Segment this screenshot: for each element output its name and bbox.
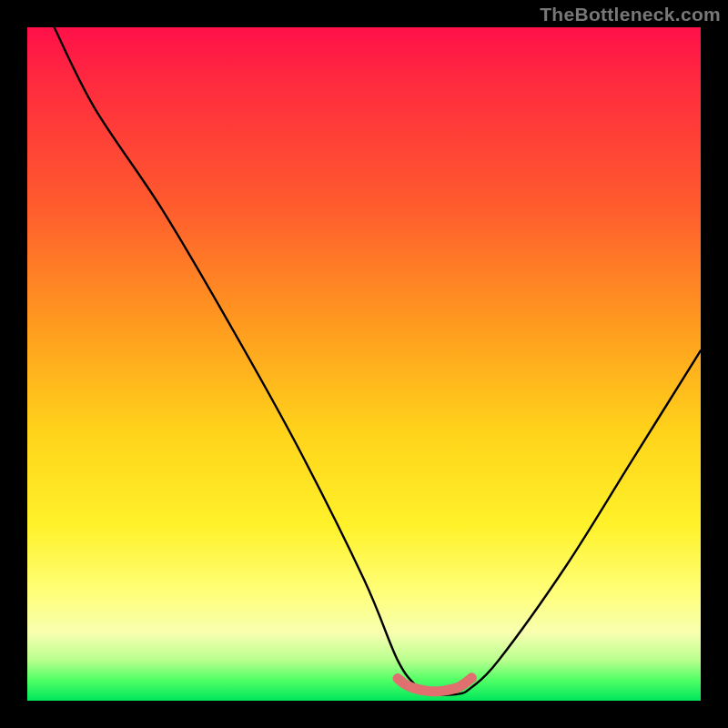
curve-svg	[27, 27, 701, 701]
optimal-range-highlight	[398, 678, 471, 692]
plot-area	[27, 27, 701, 701]
chart-stage: TheBottleneck.com	[0, 0, 728, 728]
bottleneck-curve	[55, 27, 701, 695]
watermark-text: TheBottleneck.com	[540, 4, 721, 25]
